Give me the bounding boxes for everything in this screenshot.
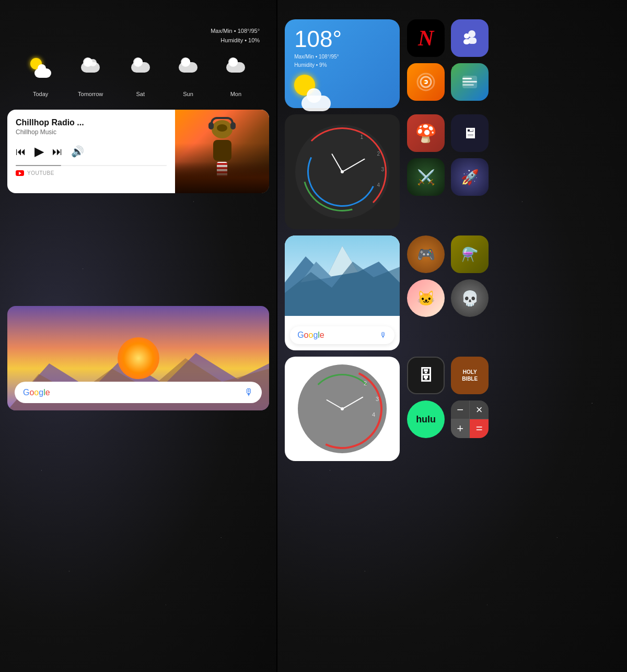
music-controls[interactable]: ⏮ ▶ ⏭ 🔊 bbox=[16, 144, 167, 159]
cloud-icon-mon bbox=[225, 58, 246, 79]
gray-clock-face: 2 3 4 bbox=[298, 364, 387, 453]
app-hulu[interactable]: hulu bbox=[407, 400, 445, 438]
mic-icon-left[interactable]: 🎙 bbox=[244, 387, 253, 398]
svg-rect-5 bbox=[468, 38, 477, 44]
gclock-num-2: 2 bbox=[364, 380, 367, 386]
svg-rect-13 bbox=[462, 84, 474, 86]
google-search-bar-left[interactable]: Google 🎙 bbox=[15, 382, 262, 403]
svg-rect-11 bbox=[462, 78, 472, 79]
game1-icon: ⚔️ bbox=[417, 169, 435, 186]
clock-hour-hand bbox=[331, 154, 343, 172]
forecast-tomorrow: 110° Tomorrow bbox=[78, 58, 103, 97]
safe-icon: 🗄 bbox=[419, 367, 433, 384]
app-game1[interactable]: ⚔️ bbox=[407, 158, 445, 196]
clock-widget-dark: 1 2 3 4 bbox=[285, 114, 400, 229]
app-game3[interactable]: 🎮 bbox=[407, 235, 445, 273]
volume-button[interactable]: 🔊 bbox=[71, 145, 84, 158]
day-sat: Sat bbox=[136, 91, 145, 97]
clock-num-3: 3 bbox=[381, 167, 385, 172]
music-title: Chillhop Radio ... bbox=[16, 118, 167, 127]
calc-icon: − × + = bbox=[451, 400, 489, 438]
search-widget-left: Google 🎙 bbox=[7, 306, 269, 410]
game3-icon: 🎮 bbox=[417, 246, 435, 263]
gclock-num-4: 4 bbox=[372, 411, 375, 418]
app-safe[interactable]: 🗄 bbox=[407, 357, 445, 394]
mic-icon-landscape[interactable]: 🎙 bbox=[380, 331, 387, 339]
progress-bar[interactable] bbox=[16, 165, 167, 166]
weather-icon-right bbox=[294, 75, 331, 111]
prev-button[interactable]: ⏮ bbox=[16, 146, 26, 158]
landscape-mountain-svg bbox=[285, 235, 400, 316]
files-icon bbox=[460, 73, 479, 91]
app-cat[interactable]: 🐱 bbox=[407, 279, 445, 317]
cloud-icon-tomorrow bbox=[80, 58, 101, 79]
clock-num-1: 1 bbox=[361, 134, 364, 140]
bible-label: HOLYBIBLE bbox=[462, 369, 478, 382]
app-files[interactable] bbox=[451, 63, 489, 101]
google-logo-left: Google bbox=[23, 388, 50, 397]
left-phone-screen: 1:10 ▼ ▲ 85% ▪ 106° Max/Min • 108°/95° H… bbox=[0, 0, 276, 672]
game2-icon: 🚀 bbox=[461, 169, 479, 186]
gclock-center-dot bbox=[341, 407, 344, 410]
teams-icon bbox=[459, 28, 480, 49]
next-button[interactable]: ⏭ bbox=[52, 146, 63, 158]
play-button[interactable]: ▶ bbox=[34, 144, 44, 159]
youtube-icon bbox=[16, 170, 24, 176]
google-widget-landscape: Google 🎙 bbox=[285, 235, 400, 350]
svg-point-3 bbox=[464, 33, 469, 39]
analog-clock-gray: 2 3 4 bbox=[298, 364, 387, 453]
weather-temp-right: 108° bbox=[294, 28, 390, 51]
right-phone-screen: 2:14 ▼ ▲ 77% ▪ 108° Max/Min • 108°/95° H… bbox=[277, 0, 627, 672]
cat-icon: 🐱 bbox=[417, 290, 435, 307]
app-mario[interactable]: 🍄 bbox=[407, 114, 445, 152]
cast-icon bbox=[416, 72, 436, 92]
clock-num-4: 4 bbox=[377, 182, 380, 188]
google-search-bar-landscape[interactable]: Google 🎙 bbox=[290, 326, 394, 344]
clock-num-2: 2 bbox=[377, 151, 380, 157]
pixel-icon: 🖥 bbox=[462, 125, 477, 142]
app-game2[interactable]: 🚀 bbox=[451, 158, 489, 196]
skull-icon: 💀 bbox=[461, 290, 479, 307]
svg-point-2 bbox=[468, 30, 475, 38]
clock-minute-hand bbox=[342, 158, 365, 172]
music-thumbnail bbox=[175, 110, 269, 193]
day-mon: Mon bbox=[230, 91, 241, 97]
music-widget: Chillhop Radio ... Chillhop Music ⏮ ▶ ⏭ … bbox=[7, 110, 269, 193]
app-grid-row3: 🎮 ⚗️ 🐱 💀 bbox=[407, 235, 489, 350]
youtube-label: YOUTUBE bbox=[16, 170, 167, 176]
music-info: Chillhop Radio ... Chillhop Music ⏮ ▶ ⏭ … bbox=[7, 110, 175, 193]
gclock-num-3: 3 bbox=[376, 396, 379, 402]
svg-rect-12 bbox=[462, 81, 477, 82]
right-content: 108° Max/Min • 108°/95° Humidity • 9% N bbox=[277, 14, 627, 466]
weather-widget-right: 108° Max/Min • 108°/95° Humidity • 9% bbox=[285, 19, 400, 108]
app-teams[interactable] bbox=[451, 19, 489, 57]
day-sun: Sun bbox=[183, 91, 193, 97]
day-today: Today bbox=[33, 91, 48, 97]
sun-background bbox=[118, 337, 159, 379]
mario-icon: 🍄 bbox=[415, 123, 437, 144]
app-cast[interactable] bbox=[407, 63, 445, 101]
music-artist: Chillhop Music bbox=[16, 128, 167, 136]
app-grid-row2: 🍄 🖥 ⚔️ 🚀 bbox=[407, 114, 489, 229]
youtube-text: YOUTUBE bbox=[27, 170, 54, 176]
gclock-minute-hand bbox=[342, 396, 364, 409]
weather-details-right: Max/Min • 108°/95° Humidity • 9% bbox=[294, 53, 390, 69]
clock-face: 1 2 3 4 bbox=[295, 125, 389, 219]
cloud-icon-sat bbox=[130, 58, 151, 79]
google-logo-landscape: Google bbox=[297, 331, 324, 340]
landscape-background bbox=[285, 235, 400, 316]
day-tomorrow: Tomorrow bbox=[78, 91, 103, 97]
app-netflix[interactable]: N bbox=[407, 19, 445, 57]
cloud-icon-sun bbox=[178, 58, 199, 79]
app-grid-row4: 🗄 HOLYBIBLE hulu − × + = bbox=[407, 357, 489, 461]
app-grid-row1: N bbox=[407, 19, 489, 108]
clock-center-dot bbox=[341, 170, 344, 173]
app-pixel[interactable]: 🖥 bbox=[451, 114, 489, 152]
app-skull[interactable]: 💀 bbox=[451, 279, 489, 317]
app-bible[interactable]: HOLYBIBLE bbox=[451, 357, 489, 394]
app-calculator[interactable]: − × + = bbox=[451, 400, 489, 438]
weather-details-left: Max/Min • 108°/95° Humidity • 10% bbox=[211, 27, 260, 45]
gclock-hour-hand bbox=[326, 399, 342, 409]
hulu-label: hulu bbox=[416, 414, 436, 425]
app-game4[interactable]: ⚗️ bbox=[451, 235, 489, 273]
